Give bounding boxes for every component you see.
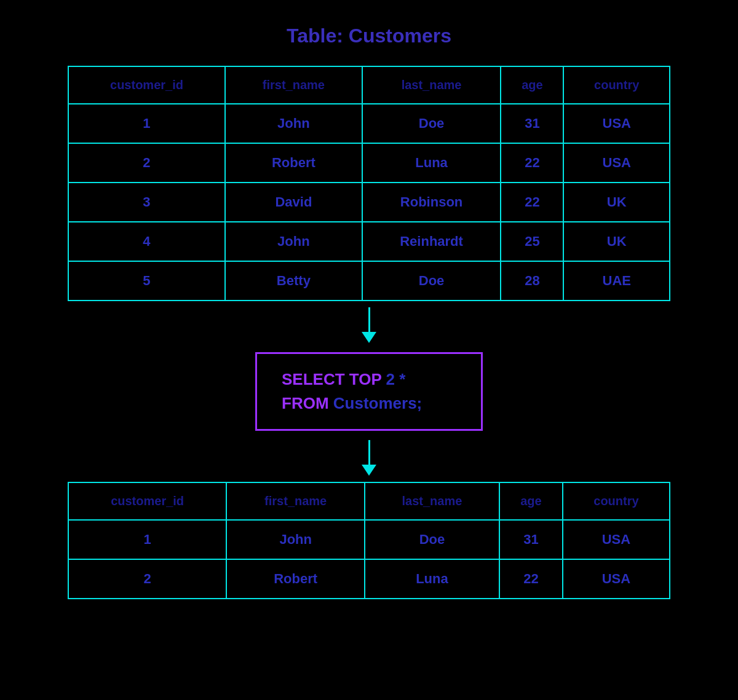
result-cell-r1-c4: USA [563,559,670,599]
sql-line2-value: Customers; [329,394,423,412]
source-cell-r0-c0: 1 [68,104,225,143]
arrow-head-2 [362,465,376,476]
result-cell-r0-c2: Doe [365,520,499,559]
source-cell-r4-c0: 5 [68,261,225,301]
source-cell-r1-c4: USA [563,143,670,183]
source-cell-r3-c4: UK [563,222,670,261]
sql-line-1: SELECT TOP 2 * [282,368,456,391]
page-container: Table: Customers customer_idfirst_namela… [31,18,707,599]
arrow-down-2 [362,440,376,476]
sql-select-top-keyword: SELECT TOP [282,370,381,388]
result-cell-r0-c0: 1 [68,520,226,559]
source-cell-r0-c1: John [225,104,362,143]
source-cell-r1-c3: 22 [501,143,563,183]
result-header-customer_id: customer_id [68,482,226,520]
source-table-header-row: customer_idfirst_namelast_nameagecountry [68,66,670,104]
result-cell-r1-c3: 22 [499,559,563,599]
page-title: Table: Customers [287,25,451,47]
sql-line1-value: 2 * [381,370,405,388]
source-cell-r4-c3: 28 [501,261,563,301]
source-table-row: 5BettyDoe28UAE [68,261,670,301]
result-cell-r1-c0: 2 [68,559,226,599]
result-cell-r0-c1: John [226,520,365,559]
source-table-row: 2RobertLuna22USA [68,143,670,183]
source-table-row: 3DavidRobinson22UK [68,183,670,222]
source-cell-r2-c4: UK [563,183,670,222]
source-cell-r0-c4: USA [563,104,670,143]
arrow-line-2 [368,440,370,465]
source-cell-r1-c2: Luna [362,143,501,183]
result-cell-r1-c2: Luna [365,559,499,599]
source-cell-r1-c0: 2 [68,143,225,183]
result-header-last_name: last_name [365,482,499,520]
result-cell-r0-c4: USA [563,520,670,559]
source-cell-r2-c2: Robinson [362,183,501,222]
source-cell-r3-c1: John [225,222,362,261]
arrow-down-1 [362,307,376,343]
source-header-last_name: last_name [362,66,501,104]
source-cell-r0-c3: 31 [501,104,563,143]
result-header-age: age [499,482,563,520]
sql-from-keyword: FROM [282,394,329,412]
source-cell-r3-c0: 4 [68,222,225,261]
source-table-row: 4JohnReinhardt25UK [68,222,670,261]
arrow-head-1 [362,332,376,343]
source-cell-r3-c3: 25 [501,222,563,261]
result-table: customer_idfirst_namelast_nameagecountry… [68,482,670,599]
arrow-line-1 [368,307,370,332]
source-table-row: 1JohnDoe31USA [68,104,670,143]
source-table: customer_idfirst_namelast_nameagecountry… [68,66,670,301]
source-cell-r0-c2: Doe [362,104,501,143]
result-table-row: 1JohnDoe31USA [68,520,670,559]
source-cell-r2-c3: 22 [501,183,563,222]
sql-box: SELECT TOP 2 * FROM Customers; [255,352,483,431]
source-cell-r4-c2: Doe [362,261,501,301]
source-header-first_name: first_name [225,66,362,104]
source-header-customer_id: customer_id [68,66,225,104]
sql-line-2: FROM Customers; [282,391,456,415]
result-table-header-row: customer_idfirst_namelast_nameagecountry [68,482,670,520]
result-header-first_name: first_name [226,482,365,520]
source-header-country: country [563,66,670,104]
result-header-country: country [563,482,670,520]
source-cell-r2-c0: 3 [68,183,225,222]
source-header-age: age [501,66,563,104]
source-cell-r3-c2: Reinhardt [362,222,501,261]
source-cell-r4-c4: UAE [563,261,670,301]
result-cell-r0-c3: 31 [499,520,563,559]
result-table-row: 2RobertLuna22USA [68,559,670,599]
source-cell-r1-c1: Robert [225,143,362,183]
source-cell-r2-c1: David [225,183,362,222]
result-cell-r1-c1: Robert [226,559,365,599]
source-cell-r4-c1: Betty [225,261,362,301]
